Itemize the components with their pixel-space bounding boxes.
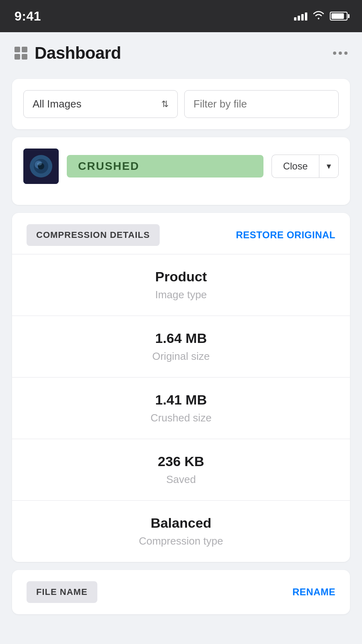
filter-select-label: All Images xyxy=(33,98,81,110)
image-card-header: CRUSHED Close ▾ xyxy=(23,149,339,184)
crushed-badge: CRUSHED xyxy=(67,155,263,178)
rename-button[interactable]: RENAME xyxy=(292,586,335,598)
detail-value-compression-type: Balanced xyxy=(27,515,335,531)
detail-label-compression-type: Compression type xyxy=(27,535,335,547)
image-thumbnail xyxy=(23,149,59,184)
header-left: Dashboard xyxy=(14,43,121,63)
svg-point-5 xyxy=(37,162,42,165)
image-card-actions: Close ▾ xyxy=(272,155,339,178)
select-arrow-icon: ⇅ xyxy=(161,99,169,109)
detail-label-image-type: Image type xyxy=(27,289,335,301)
detail-value-product: Product xyxy=(27,269,335,285)
file-name-tab[interactable]: FILE NAME xyxy=(27,581,97,603)
status-time: 9:41 xyxy=(14,9,41,24)
detail-value-crushed-size: 1.41 MB xyxy=(27,392,335,408)
detail-value-saved: 236 KB xyxy=(27,454,335,469)
dashboard-icon xyxy=(14,47,27,60)
wifi-icon xyxy=(313,10,324,22)
detail-row-crushed-size: 1.41 MB Crushed size xyxy=(12,378,350,439)
page-title: Dashboard xyxy=(35,43,121,63)
compression-details-card: COMPRESSION DETAILS RESTORE ORIGINAL Pro… xyxy=(12,213,350,562)
header: Dashboard xyxy=(0,32,362,71)
details-header: COMPRESSION DETAILS RESTORE ORIGINAL xyxy=(12,213,350,254)
detail-row-saved: 236 KB Saved xyxy=(12,439,350,501)
detail-value-original-size: 1.64 MB xyxy=(27,330,335,346)
file-name-card: FILE NAME RENAME xyxy=(12,570,350,614)
dropdown-arrow-icon: ▾ xyxy=(327,161,331,171)
image-item-card: CRUSHED Close ▾ xyxy=(12,137,350,205)
battery-icon xyxy=(330,12,348,21)
signal-bars-icon xyxy=(294,12,307,21)
status-bar: 9:41 xyxy=(0,0,362,32)
detail-row-original-size: 1.64 MB Original size xyxy=(12,316,350,378)
detail-label-crushed-size: Crushed size xyxy=(27,412,335,424)
filter-card: All Images ⇅ xyxy=(12,79,350,129)
detail-row-compression-type: Balanced Compression type xyxy=(12,501,350,562)
detail-label-saved: Saved xyxy=(27,473,335,486)
filter-row: All Images ⇅ xyxy=(23,90,339,118)
more-button[interactable] xyxy=(333,52,348,55)
status-icons xyxy=(294,10,348,22)
filter-by-file-input[interactable] xyxy=(184,90,339,118)
detail-label-original-size: Original size xyxy=(27,350,335,363)
compression-details-tab[interactable]: COMPRESSION DETAILS xyxy=(27,224,160,246)
restore-original-button[interactable]: RESTORE ORIGINAL xyxy=(236,229,335,241)
image-filter-select[interactable]: All Images ⇅ xyxy=(23,90,178,118)
dropdown-button[interactable]: ▾ xyxy=(319,155,339,178)
close-button[interactable]: Close xyxy=(272,155,319,178)
main-content: All Images ⇅ CRUSHED xyxy=(0,71,362,630)
detail-row-product: Product Image type xyxy=(12,254,350,316)
